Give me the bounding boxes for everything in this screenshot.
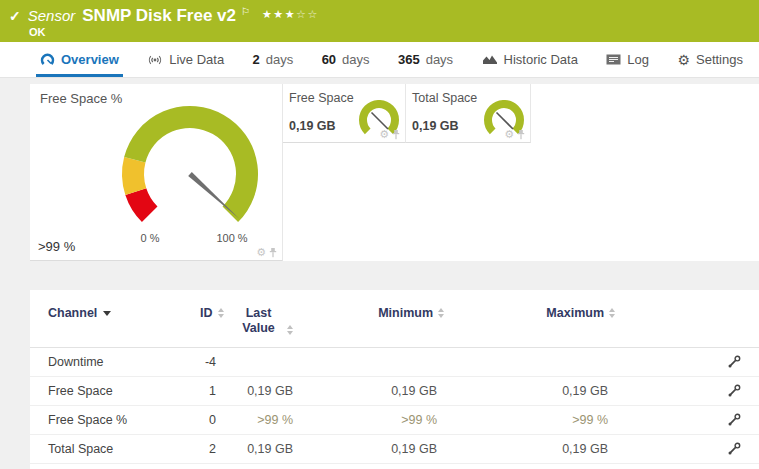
column-header-minimum[interactable]: Minimum: [300, 306, 444, 320]
channel-id: 2: [200, 442, 228, 456]
caret-down-icon: [103, 311, 111, 316]
gauge-scale-min: 0 %: [141, 232, 160, 244]
tab-unit: days: [426, 52, 453, 67]
tab-number: 365: [398, 52, 420, 67]
section-gap: [30, 261, 759, 290]
panel-gear-icon[interactable]: ⚙: [504, 129, 514, 140]
sensor-header: ✓ Sensor SNMP Disk Free v2 ⚐ ★★★☆☆ OK: [0, 0, 759, 42]
sort-arrows-icon: [218, 308, 224, 318]
tab-overview[interactable]: Overview: [36, 42, 123, 77]
pushpin-icon[interactable]: [392, 129, 400, 140]
pushpin-icon[interactable]: [517, 129, 525, 140]
gauge-needle: [372, 113, 389, 130]
gauge-panel-free-space-pct: 0 % 100 % Free Space % >99 % ⚙: [30, 84, 283, 261]
tab-bar: Overview Live Data 2 days 60 days 365 da…: [0, 42, 759, 78]
wrench-icon[interactable]: [727, 413, 741, 427]
channel-name: Free Space: [48, 384, 200, 398]
channel-id: -4: [200, 355, 228, 369]
gauge-panel-total-space: Total Space 0,19 GB ⚙: [406, 84, 531, 143]
panel-gear-icon[interactable]: ⚙: [256, 247, 266, 258]
tab-label: Overview: [61, 52, 119, 67]
priority-stars[interactable]: ★★★☆☆: [262, 8, 319, 21]
maximum-value: >99 %: [444, 413, 615, 427]
column-header-maximum[interactable]: Maximum: [444, 306, 615, 320]
channel-name: Downtime: [48, 355, 200, 369]
table-row: Downtime -4: [30, 348, 759, 377]
gauge-scale-max: 100 %: [216, 232, 247, 244]
minimum-value: 0,19 GB: [300, 384, 444, 398]
gauge-needle: [497, 113, 514, 130]
report-icon: [606, 54, 621, 65]
channels-table: Channel ID Last Value Minimum Maximum: [30, 290, 759, 469]
last-value: >99 %: [228, 413, 300, 427]
channel-id: 0: [200, 413, 228, 427]
stars-filled[interactable]: ★★★: [262, 8, 296, 20]
panel-value: 0,19 GB: [289, 119, 336, 133]
area-chart-icon: [482, 54, 498, 65]
wrench-icon[interactable]: [727, 442, 741, 456]
broadcast-icon: [147, 54, 163, 66]
tab-log[interactable]: Log: [602, 42, 653, 77]
panel-value: >99 %: [38, 239, 75, 254]
last-value: 0,19 GB: [228, 442, 300, 456]
maximum-value: 0,19 GB: [444, 384, 615, 398]
tab-label: Historic Data: [504, 52, 578, 67]
stars-empty[interactable]: ☆☆: [296, 8, 319, 20]
wrench-icon[interactable]: [727, 384, 741, 398]
tab-label: Settings: [696, 52, 743, 67]
tab-unit: days: [342, 52, 369, 67]
tab-60-days[interactable]: 60 days: [318, 42, 374, 77]
gauge-icon: [40, 53, 55, 66]
last-value: 0,19 GB: [228, 384, 300, 398]
table-row: Free Space % 0 >99 % >99 % >99 %: [30, 406, 759, 435]
status-badge: OK: [29, 26, 46, 38]
panel-title: Free Space %: [40, 91, 122, 106]
table-header-row: Channel ID Last Value Minimum Maximum: [30, 290, 759, 348]
wrench-icon[interactable]: [727, 355, 741, 369]
table-row: Total Space 2 0,19 GB 0,19 GB 0,19 GB: [30, 435, 759, 464]
sort-arrows-icon: [287, 325, 293, 335]
tab-live-data[interactable]: Live Data: [143, 42, 228, 77]
panel-gear-icon[interactable]: ⚙: [379, 129, 389, 140]
overview-content: 0 % 100 % Free Space % >99 % ⚙ Free Spac…: [0, 78, 759, 469]
tab-2-days[interactable]: 2 days: [249, 42, 298, 77]
gauges-filler: [531, 84, 759, 261]
channel-id: 1: [200, 384, 228, 398]
tab-number: 60: [322, 52, 336, 67]
free-space-pct-gauge: 0 % 100 %: [30, 84, 283, 261]
tab-365-days[interactable]: 365 days: [394, 42, 457, 77]
tab-settings[interactable]: ⚙ Settings: [673, 42, 747, 77]
panel-title: Total Space: [412, 91, 477, 105]
tab-historic-data[interactable]: Historic Data: [478, 42, 582, 77]
column-header-last-value[interactable]: Last Value: [228, 306, 300, 336]
sort-arrows-icon: [609, 308, 615, 318]
channel-name: Total Space: [48, 442, 200, 456]
maximum-value: 0,19 GB: [444, 442, 615, 456]
minimum-value: >99 %: [300, 413, 444, 427]
object-kind-label: Sensor: [28, 7, 76, 25]
panel-title: Free Space: [289, 91, 354, 105]
panel-value: 0,19 GB: [412, 119, 459, 133]
tab-unit: days: [266, 52, 293, 67]
tab-label: Log: [627, 52, 649, 67]
page-title: SNMP Disk Free v2: [82, 7, 236, 25]
pushpin-icon[interactable]: [269, 247, 277, 258]
priority-flag-icon[interactable]: ⚐: [241, 6, 250, 17]
gauges-section: 0 % 100 % Free Space % >99 % ⚙ Free Spac…: [30, 84, 759, 261]
tab-number: 2: [253, 52, 260, 67]
tab-label: Live Data: [169, 52, 224, 67]
status-check-icon: ✓: [9, 7, 21, 25]
minimum-value: 0,19 GB: [300, 442, 444, 456]
table-row: Free Space 1 0,19 GB 0,19 GB 0,19 GB: [30, 377, 759, 406]
channel-name: Free Space %: [48, 413, 200, 427]
gauge-panel-free-space: Free Space 0,19 GB ⚙: [283, 84, 406, 143]
gear-icon: ⚙: [677, 53, 690, 67]
column-header-id[interactable]: ID: [200, 306, 228, 320]
column-header-channel[interactable]: Channel: [48, 306, 200, 320]
